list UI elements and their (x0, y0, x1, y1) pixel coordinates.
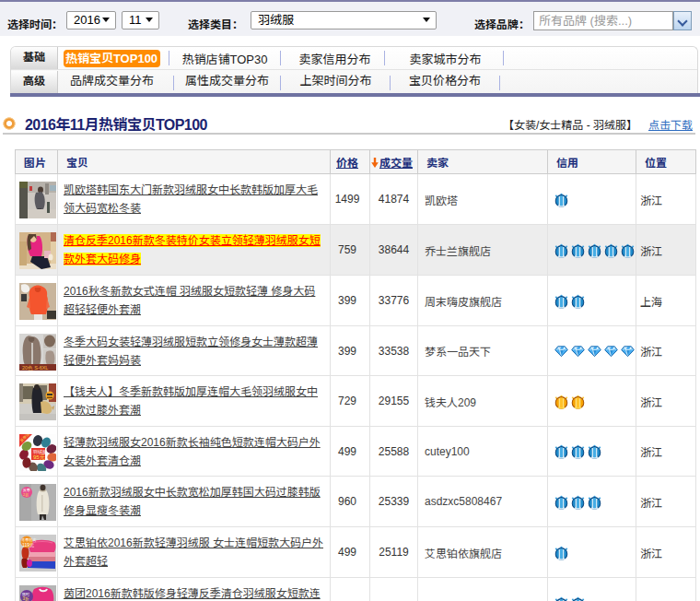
svg-text:2折: 2折 (23, 492, 29, 497)
svg-text:3折: 3折 (22, 596, 29, 601)
svg-text:95元: 95元 (33, 454, 45, 460)
svg-text:20色 S-6XL: 20色 S-6XL (22, 365, 48, 371)
svg-text:119元: 119元 (22, 542, 34, 548)
